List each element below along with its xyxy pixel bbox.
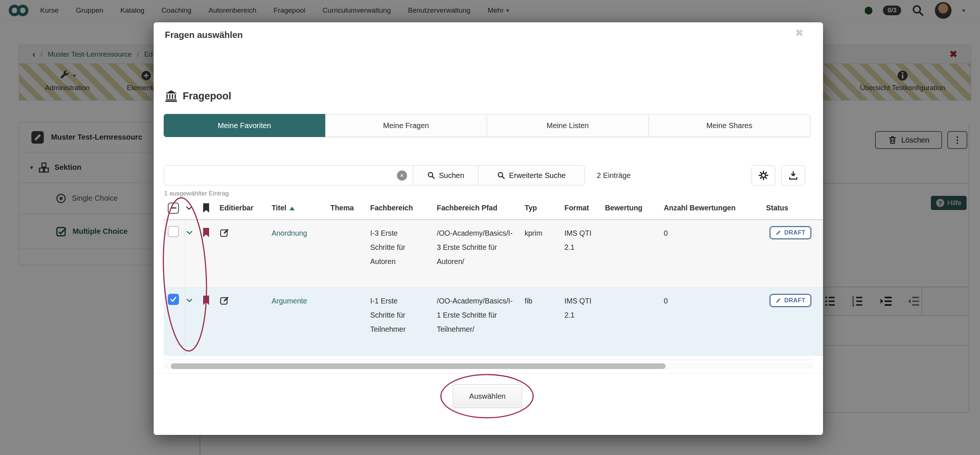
pool-tabs: Meine Favoriten Meine Fragen Meine Liste… bbox=[164, 114, 810, 137]
row-expand[interactable] bbox=[185, 220, 201, 287]
row-expand[interactable] bbox=[185, 287, 201, 356]
row-edit[interactable] bbox=[219, 220, 271, 287]
table-row: Anordnung I-3 Erste Schritte für Autoren… bbox=[164, 220, 823, 287]
cell-anzahl: 0 bbox=[663, 220, 765, 287]
cell-fachbereich: I-1 Erste Schritte für Teilnehmer bbox=[369, 287, 436, 356]
cell-format: IMS QTI 2.1 bbox=[564, 220, 604, 287]
tab-meine-listen[interactable]: Meine Listen bbox=[487, 114, 649, 137]
column-typ[interactable]: Typ bbox=[524, 196, 564, 220]
bookmark-icon bbox=[202, 203, 211, 213]
suchen-label: Suchen bbox=[439, 171, 465, 180]
erweiterte-suche-button[interactable]: Erweiterte Suche bbox=[478, 166, 585, 185]
fragen-auswaehlen-dialog: Fragen auswählen ✖ Fragepool Meine Favor… bbox=[154, 22, 823, 435]
table-settings-button[interactable] bbox=[752, 165, 775, 185]
chevron-down-icon bbox=[186, 206, 192, 211]
column-thema[interactable]: Thema bbox=[329, 196, 369, 220]
selection-info: 1 ausgewählter Eintrag bbox=[164, 190, 229, 197]
fragepool-heading: Fragepool bbox=[165, 90, 231, 102]
column-fachbereich-pfad[interactable]: Fachbereich Pfad bbox=[436, 196, 524, 220]
tab-meine-shares[interactable]: Meine Shares bbox=[649, 114, 810, 137]
expand-all-header[interactable] bbox=[185, 196, 201, 220]
auswaehlen-button[interactable]: Auswählen bbox=[453, 384, 522, 408]
cell-typ: kprim bbox=[524, 220, 564, 287]
download-icon bbox=[788, 170, 799, 180]
column-fachbereich[interactable]: Fachbereich bbox=[369, 196, 436, 220]
search-icon bbox=[427, 171, 435, 179]
entries-count: 2 Einträge bbox=[597, 171, 631, 180]
bank-icon bbox=[165, 90, 177, 102]
search-input[interactable] bbox=[164, 166, 413, 185]
cell-status: DRAFT bbox=[765, 220, 823, 287]
chevron-down-icon bbox=[186, 230, 193, 235]
cell-format: IMS QTI 2.1 bbox=[564, 287, 604, 356]
table-bottom-border bbox=[164, 360, 813, 360]
status-badge: DRAFT bbox=[769, 226, 811, 239]
cell-thema bbox=[329, 220, 369, 287]
questions-table: Editierbar Titel Thema Fachbereich Fachb… bbox=[164, 196, 823, 356]
select-all-checkbox[interactable] bbox=[168, 203, 179, 214]
column-bewertung[interactable]: Bewertung bbox=[604, 196, 663, 220]
suchen-button[interactable]: Suchen bbox=[413, 166, 478, 185]
bookmark-icon bbox=[202, 228, 211, 238]
search-group: ✕ Suchen Erweiterte Suche bbox=[164, 165, 585, 185]
horizontal-scrollbar-thumb[interactable] bbox=[171, 363, 666, 369]
pencil-icon bbox=[775, 230, 781, 236]
column-status[interactable]: Status bbox=[765, 196, 823, 220]
row-checkbox[interactable] bbox=[168, 226, 179, 237]
cell-thema bbox=[329, 287, 369, 356]
cell-fachbereich-pfad: /OO-Academy/Basics/I-1 Erste Schritte fü… bbox=[436, 287, 524, 356]
question-title-link[interactable]: Anordnung bbox=[272, 229, 307, 237]
pencil-icon bbox=[775, 297, 781, 303]
titel-header-label: Titel bbox=[272, 204, 286, 212]
table-header-row: Editierbar Titel Thema Fachbereich Fachb… bbox=[164, 196, 823, 220]
status-badge: DRAFT bbox=[769, 294, 811, 307]
cell-typ: fib bbox=[524, 287, 564, 356]
edit-icon bbox=[220, 295, 230, 306]
download-button[interactable] bbox=[781, 165, 805, 185]
search-icon bbox=[497, 171, 505, 179]
table-row-selected: Argumente I-1 Erste Schritte für Teilneh… bbox=[164, 287, 823, 356]
row-bookmark[interactable] bbox=[201, 220, 219, 287]
cell-fachbereich-pfad: /OO-Academy/Basics/I-3 Erste Schritte fü… bbox=[436, 220, 524, 287]
tab-meine-favoriten[interactable]: Meine Favoriten bbox=[164, 114, 326, 137]
cell-fachbereich: I-3 Erste Schritte für Autoren bbox=[369, 220, 436, 287]
row-edit[interactable] bbox=[219, 287, 271, 356]
cell-anzahl: 0 bbox=[663, 287, 765, 356]
question-title-link[interactable]: Argumente bbox=[272, 297, 307, 305]
row-checkbox-checked[interactable] bbox=[168, 294, 179, 305]
bookmark-icon bbox=[202, 295, 211, 306]
search-controls: ✕ Suchen Erweiterte Suche bbox=[164, 165, 813, 185]
dialog-close-icon[interactable]: ✖ bbox=[795, 27, 803, 39]
clear-search-icon[interactable]: ✕ bbox=[397, 171, 407, 180]
screen: Kurse Gruppen Katalog Coaching Autorenbe… bbox=[0, 0, 980, 455]
column-editierbar[interactable]: Editierbar bbox=[219, 196, 271, 220]
column-anzahl-bewertungen[interactable]: Anzahl Bewertungen bbox=[663, 196, 765, 220]
bookmark-column-header[interactable] bbox=[201, 196, 219, 220]
chevron-down-icon bbox=[186, 298, 193, 303]
cell-bewertung bbox=[604, 287, 663, 356]
footer-divider bbox=[154, 373, 823, 374]
row-bookmark[interactable] bbox=[201, 287, 219, 356]
cell-bewertung bbox=[604, 220, 663, 287]
tab-meine-fragen[interactable]: Meine Fragen bbox=[326, 114, 487, 137]
erweiterte-suche-label: Erweiterte Suche bbox=[509, 171, 566, 180]
dialog-title: Fragen auswählen bbox=[165, 30, 243, 40]
cell-status: DRAFT bbox=[765, 287, 823, 356]
check-icon bbox=[170, 296, 177, 302]
column-format[interactable]: Format bbox=[564, 196, 604, 220]
column-titel[interactable]: Titel bbox=[271, 196, 329, 220]
sort-ascending-icon bbox=[290, 207, 295, 211]
fragepool-label: Fragepool bbox=[183, 91, 231, 102]
gear-icon bbox=[758, 170, 769, 180]
edit-icon bbox=[220, 228, 230, 238]
